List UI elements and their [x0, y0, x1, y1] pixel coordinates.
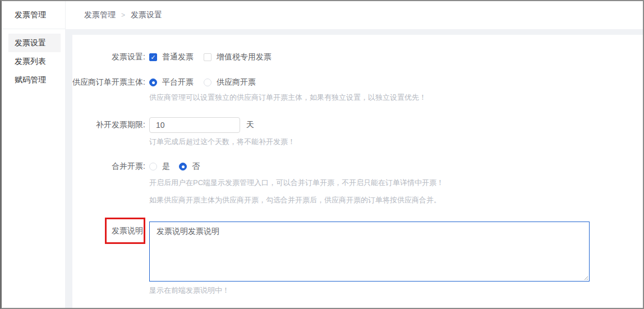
radio-supplier-invoicing[interactable]: 供应商开票 [204, 77, 256, 87]
radio-label: 平台开票 [162, 77, 194, 87]
invoice-note-row: 发票说明: 发票说明发票说明 [72, 222, 643, 282]
checkbox-checked-icon[interactable]: ✓ [149, 53, 157, 61]
invoice-type-row: 发票设置: ✓ 普通发票 增值税专用发票 [72, 52, 643, 62]
checkbox-label: 普通发票 [162, 52, 194, 62]
invoice-type-label: 发票设置: [72, 52, 145, 62]
radio-label: 供应商开票 [217, 77, 256, 87]
breadcrumb-item-invoice-management[interactable]: 发票管理 [84, 10, 116, 19]
radio-platform-invoicing[interactable]: 平台开票 [149, 77, 194, 87]
reissue-period-row: 补开发票期限: 天 [72, 117, 643, 133]
merge-invoicing-hint-2: 如果供应商开票主体为供应商开票，勾选合并开票后，供应商开票的订单将按供应商合并。 [149, 195, 643, 205]
checkbox-unchecked-icon[interactable] [204, 53, 211, 61]
topbar: 发票管理>发票设置 [65, 1, 643, 29]
supplier-subject-label: 供应商订单开票主体: [72, 77, 145, 87]
check-icon: ✓ [150, 54, 155, 61]
reissue-period-hint: 订单完成后超过这个天数，将不能补开发票！ [149, 137, 643, 147]
reissue-period-label: 补开发票期限: [72, 120, 145, 130]
sidebar: 发票管理 发票设置 发票列表 赋码管理 [2, 1, 65, 308]
radio-merge-no[interactable]: 否 [179, 162, 200, 172]
sidebar-item-code-management[interactable]: 赋码管理 [2, 71, 65, 89]
merge-invoicing-hint-1: 开启后用户在PC端显示发票管理入口，可以合并订单开票，不开启只能在订单详情中开票… [149, 178, 643, 188]
breadcrumb-item-invoice-settings: 发票设置 [131, 10, 162, 19]
settings-form: 发票设置: ✓ 普通发票 增值税专用发票 供应商订单开票主体: [72, 35, 643, 308]
invoice-note-textarea[interactable]: 发票说明发票说明 [149, 222, 590, 282]
sidebar-item-invoice-list[interactable]: 发票列表 [2, 52, 65, 71]
radio-merge-yes[interactable]: 是 [149, 162, 170, 172]
radio-selected-icon[interactable] [149, 79, 157, 86]
radio-unselected-icon[interactable] [149, 163, 157, 170]
content-area: 发票设置: ✓ 普通发票 增值税专用发票 供应商订单开票主体: [65, 29, 643, 308]
chevron-right-icon: > [121, 11, 125, 19]
sidebar-item-label: 发票列表 [15, 57, 46, 67]
reissue-period-unit: 天 [246, 120, 254, 130]
merge-invoicing-label: 合并开票: [72, 162, 145, 172]
invoice-note-hint: 显示在前端发票说明中！ [149, 285, 643, 296]
checkbox-vat-special-invoice[interactable]: 增值税专用发票 [204, 52, 272, 62]
checkbox-label: 增值税专用发票 [217, 52, 272, 62]
radio-label: 是 [162, 162, 170, 172]
radio-label: 否 [192, 162, 200, 172]
reissue-period-input[interactable] [149, 117, 240, 133]
radio-unselected-icon[interactable] [204, 79, 211, 86]
supplier-subject-row: 供应商订单开票主体: 平台开票 供应商开票 [72, 77, 643, 87]
invoice-note-label: 发票说明: [72, 222, 145, 236]
app-window: 发票管理 发票设置 发票列表 赋码管理 发票管理>发票设置 [0, 0, 644, 309]
supplier-subject-hint: 供应商管理可以设置独立的供应商订单开票主体，如果有独立设置，以独立设置优先！ [149, 93, 643, 103]
merge-invoicing-row: 合并开票: 是 否 [72, 162, 643, 172]
sidebar-item-label: 赋码管理 [15, 75, 46, 85]
checkbox-ordinary-invoice[interactable]: ✓ 普通发票 [149, 52, 194, 62]
main-area: 发票管理>发票设置 发票设置: ✓ 普通发票 增值税专用发票 [65, 1, 643, 308]
breadcrumb: 发票管理>发票设置 [84, 10, 162, 20]
sidebar-item-invoice-settings[interactable]: 发票设置 [8, 34, 61, 52]
sidebar-title: 发票管理 [2, 1, 65, 29]
radio-selected-icon[interactable] [179, 163, 187, 170]
sidebar-item-label: 发票设置 [15, 38, 46, 48]
sidebar-menu: 发票设置 发票列表 赋码管理 [2, 29, 65, 89]
